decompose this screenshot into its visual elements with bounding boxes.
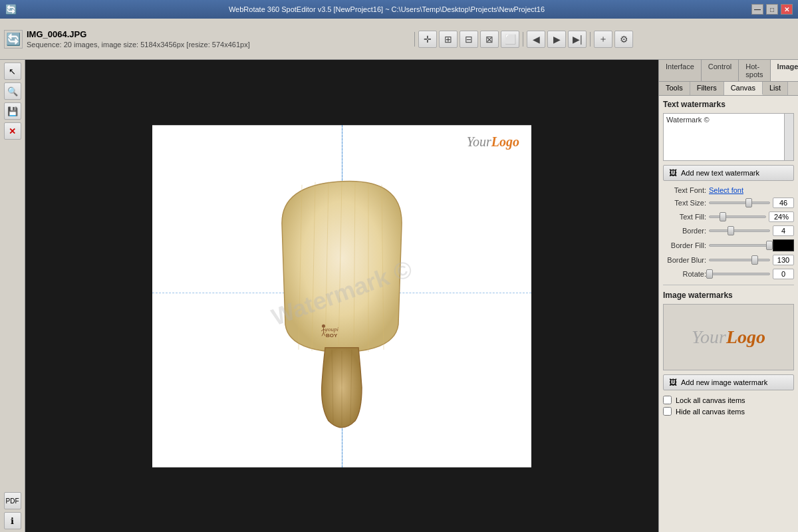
- border-fill-thumb[interactable]: [766, 241, 773, 250]
- image-watermark-preview: YourLogo: [663, 304, 794, 370]
- border-fill-color-swatch[interactable]: [773, 239, 794, 251]
- left-sidebar: ↖ 🔍 💾 ✕ PDF ℹ: [0, 60, 25, 532]
- border-blur-slider[interactable]: [709, 259, 770, 261]
- close-button[interactable]: ✕: [781, 4, 793, 15]
- filename-label: IMG_0064.JPG: [27, 29, 250, 39]
- sub-tabs: Tools Filters Canvas List: [659, 82, 798, 96]
- border-slider[interactable]: [709, 229, 770, 232]
- titlebar-controls: — □ ✕: [751, 4, 793, 15]
- grid9-button[interactable]: ⊟: [460, 31, 478, 48]
- tab-images[interactable]: Images: [771, 60, 798, 81]
- prev-button[interactable]: ◀: [527, 31, 545, 48]
- tab-hotspots[interactable]: Hot-spots: [739, 60, 770, 81]
- toolbar-separator-3: [590, 32, 591, 47]
- border-blur-value: 130: [773, 255, 794, 265]
- border-fill-slider[interactable]: [709, 244, 770, 247]
- toolbar: 🔄 IMG_0064.JPG Sequence: 20 images, imag…: [0, 19, 798, 60]
- delete-button[interactable]: ✕: [4, 122, 21, 140]
- titlebar: 🔄 WebRotate 360 SpotEditor v3.5 [NewProj…: [0, 0, 798, 19]
- image-watermark-logo: YourLogo: [467, 134, 519, 150]
- sub-tab-tools[interactable]: Tools: [659, 82, 690, 95]
- rotate-thumb[interactable]: [706, 269, 713, 279]
- section-separator: [663, 285, 794, 285]
- save-button[interactable]: 💾: [4, 102, 21, 120]
- move-tool-button[interactable]: ✛: [418, 31, 437, 48]
- canvas-area: YourLogo: [25, 60, 658, 532]
- panel-content: Text watermarks Watermark © 🖼 Add new te…: [659, 96, 798, 532]
- svg-text:BOY: BOY: [326, 332, 338, 338]
- rotate-label: Rotate:: [663, 270, 706, 278]
- grid16-button[interactable]: ⊠: [480, 31, 499, 48]
- add-button[interactable]: ＋: [594, 31, 612, 48]
- fullscreen-button[interactable]: ⬜: [501, 31, 519, 48]
- toolbar-buttons: ✛ ⊞ ⊟ ⊠ ⬜ ◀ ▶ ▶| ＋ ⚙: [253, 31, 794, 48]
- border-blur-row: Border Blur: 130: [663, 255, 794, 265]
- text-fill-slider[interactable]: [709, 215, 766, 218]
- svg-text:youpi: youpi: [325, 326, 338, 332]
- tab-interface[interactable]: Interface: [659, 60, 702, 81]
- list-scrollbar[interactable]: [784, 114, 793, 160]
- text-size-slider[interactable]: [709, 201, 770, 204]
- sub-tab-list[interactable]: List: [763, 82, 788, 95]
- rotate-row: Rotate: 0: [663, 269, 794, 279]
- yourlogo-your: Your: [467, 134, 491, 149]
- border-value: 4: [773, 225, 794, 236]
- minimize-button[interactable]: —: [751, 4, 763, 15]
- text-fill-value: 24%: [769, 211, 794, 222]
- toolbar-separator-2: [523, 32, 523, 47]
- play-button[interactable]: ▶: [547, 31, 566, 48]
- cursor-tool-button[interactable]: ↖: [4, 63, 21, 80]
- main-tabs: Interface Control Hot-spots Images: [659, 60, 798, 82]
- text-fill-row: Text Fill: 24%: [663, 211, 794, 222]
- border-label: Border:: [663, 227, 706, 235]
- border-blur-label: Border Blur:: [663, 256, 706, 264]
- add-image-watermark-label: Add new image watermark: [681, 378, 767, 386]
- maximize-button[interactable]: □: [766, 4, 778, 15]
- yourlogo-preview-logo: Logo: [726, 327, 765, 347]
- yourlogo-preview-your: Your: [692, 327, 726, 347]
- svg-point-12: [322, 325, 325, 328]
- lock-canvas-checkbox[interactable]: [663, 396, 672, 404]
- zoom-tool-button[interactable]: 🔍: [4, 82, 21, 100]
- add-image-watermark-icon: 🖼: [669, 378, 677, 387]
- sub-tab-filters[interactable]: Filters: [690, 82, 724, 95]
- text-font-row: Text Font: Select font: [663, 186, 794, 194]
- add-text-watermark-label: Add new text watermark: [681, 169, 759, 177]
- info-button[interactable]: ℹ: [4, 512, 21, 529]
- text-watermarks-title: Text watermarks: [663, 100, 794, 109]
- text-fill-label: Text Fill:: [663, 213, 706, 221]
- border-blur-thumb[interactable]: [751, 255, 758, 265]
- hide-canvas-label[interactable]: Hide all canvas items: [676, 408, 745, 416]
- image-watermarks-section: Image watermarks YourLogo 🖼 Add new imag…: [663, 291, 794, 390]
- grid4-button[interactable]: ⊞: [439, 31, 458, 48]
- add-text-watermark-icon: 🖼: [669, 168, 677, 178]
- tab-control[interactable]: Control: [702, 60, 739, 81]
- add-image-watermark-button[interactable]: 🖼 Add new image watermark: [663, 374, 794, 390]
- titlebar-title: WebRotate 360 SpotEditor v3.5 [NewProjec…: [229, 5, 545, 13]
- next-button[interactable]: ▶|: [568, 31, 587, 48]
- canvas-frame: YourLogo: [152, 125, 531, 467]
- text-size-thumb[interactable]: [745, 198, 752, 207]
- text-fill-thumb[interactable]: [720, 212, 726, 221]
- image-watermarks-title: Image watermarks: [663, 291, 794, 300]
- watermark-list[interactable]: Watermark ©: [663, 113, 794, 161]
- sub-tab-canvas[interactable]: Canvas: [724, 82, 763, 95]
- hide-canvas-checkbox[interactable]: [663, 407, 672, 416]
- select-font-link[interactable]: Select font: [709, 186, 743, 194]
- add-text-watermark-button[interactable]: 🖼 Add new text watermark: [663, 165, 794, 181]
- watermark-item[interactable]: Watermark ©: [665, 115, 792, 124]
- border-thumb[interactable]: [728, 226, 734, 235]
- yourlogo-preview: YourLogo: [692, 327, 765, 348]
- border-row: Border: 4: [663, 225, 794, 236]
- toolbar-separator-1: [414, 32, 415, 47]
- paddle-image: youpi BOY: [262, 172, 422, 431]
- lock-canvas-label[interactable]: Lock all canvas items: [676, 396, 745, 404]
- border-fill-label: Border Fill:: [663, 241, 706, 249]
- border-fill-row: Border Fill:: [663, 239, 794, 251]
- rotate-slider[interactable]: [709, 273, 770, 275]
- settings-button[interactable]: ⚙: [614, 31, 633, 48]
- hide-canvas-row: Hide all canvas items: [663, 407, 794, 416]
- sequence-label: Sequence: 20 images, image size: 5184x34…: [27, 41, 250, 49]
- toolbar-info: IMG_0064.JPG Sequence: 20 images, image …: [27, 29, 250, 49]
- pdf-button[interactable]: PDF: [4, 492, 21, 509]
